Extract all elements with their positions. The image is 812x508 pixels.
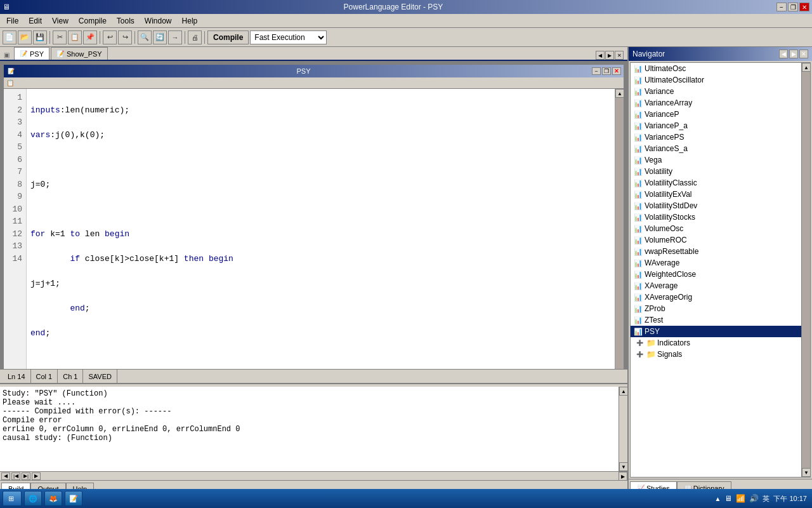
next-window-button[interactable]: ▶ xyxy=(605,51,614,60)
toolbar-sep-3 xyxy=(134,31,135,44)
navigator-close-btn[interactable]: ✕ xyxy=(799,50,808,58)
tree-item-volatility[interactable]: 📊 Volatility xyxy=(631,166,801,177)
menu-compile[interactable]: Compile xyxy=(74,15,112,27)
tree-item-variance-array[interactable]: 📊 VarianceArray xyxy=(631,97,801,109)
nav-scroll-thumb[interactable] xyxy=(802,72,810,468)
taskbar-app-icon[interactable]: 📝 xyxy=(65,491,82,506)
restore-button[interactable]: ❐ xyxy=(788,3,798,11)
tree-label-volatility-stddev: VolatilityStdDev xyxy=(645,201,697,210)
tree-item-xaverage-orig[interactable]: 📊 XAverageOrig xyxy=(631,291,801,303)
tree-item-vega[interactable]: 📊 Vega xyxy=(631,154,801,166)
minimize-button[interactable]: − xyxy=(776,3,787,11)
tree-item-volatility-exval[interactable]: 📊 VolatilityExVal xyxy=(631,189,801,200)
close-button[interactable]: ✕ xyxy=(799,3,809,11)
redo-button[interactable]: ↪ xyxy=(118,30,132,44)
output-scroll-thumb[interactable] xyxy=(619,396,627,462)
output-hscroll[interactable]: ◀ |◀ ▶| ▶ ▶ xyxy=(0,471,627,480)
goto-button[interactable]: → xyxy=(168,30,182,44)
editor-minimize-button[interactable]: − xyxy=(592,67,601,75)
scroll-up-arrow[interactable]: ▲ xyxy=(615,89,624,98)
tree-item-variancep-a[interactable]: 📊 VarianceP_a xyxy=(631,120,801,131)
tree-item-xaverage[interactable]: 📊 XAverage xyxy=(631,280,801,291)
menu-file[interactable]: File xyxy=(1,15,23,27)
menu-help[interactable]: Help xyxy=(177,15,203,27)
navigator-vscrollbar[interactable]: ▲ ▼ xyxy=(801,63,810,477)
taskbar-ie-icon[interactable]: 🌐 xyxy=(24,491,42,506)
editor-inner-icon[interactable]: 📋 xyxy=(5,78,15,88)
tree-item-signals-folder[interactable]: ➕ 📁 Signals xyxy=(631,349,801,360)
tab-show-psy-icon: 📝 xyxy=(56,50,64,57)
taskbar-browser-icon[interactable]: 🦊 xyxy=(44,491,62,506)
prev-window-button[interactable]: ◀ xyxy=(596,51,605,60)
replace-button[interactable]: 🔄 xyxy=(153,30,167,44)
open-button[interactable]: 📂 xyxy=(18,30,32,44)
navigator-next-btn[interactable]: ▶ xyxy=(789,50,798,58)
save-button[interactable]: 💾 xyxy=(33,30,47,44)
tree-item-varianceps[interactable]: 📊 VariancePS xyxy=(631,131,801,143)
menu-view[interactable]: View xyxy=(47,15,74,27)
output-hscroll-prev[interactable]: |◀ xyxy=(11,472,20,480)
navigator-prev-btn[interactable]: ◀ xyxy=(779,50,788,58)
tree-item-psy[interactable]: 📊 PSY xyxy=(631,326,801,337)
tree-item-ultimate-oscillator[interactable]: 📊 UltimateOscillator xyxy=(631,74,801,86)
print-button[interactable]: 🖨 xyxy=(188,30,202,44)
menu-window[interactable]: Window xyxy=(140,15,177,27)
tree-item-variances-a[interactable]: 📊 VarianceS_a xyxy=(631,143,801,154)
close-window-button[interactable]: ✕ xyxy=(615,51,624,60)
tree-item-volatility-stddev[interactable]: 📊 VolatilityStdDev xyxy=(631,200,801,211)
taskbar-volume-icon: 🔊 xyxy=(749,494,759,503)
tree-item-volume-osc[interactable]: 📊 VolumeOsc xyxy=(631,223,801,234)
tree-item-weighted-close[interactable]: 📊 WeightedClose xyxy=(631,269,801,280)
tree-label-ztest: ZTest xyxy=(645,316,663,324)
tree-item-volatility-classic[interactable]: 📊 VolatilityClassic xyxy=(631,177,801,189)
tree-item-ultimate-osc[interactable]: 📊 UltimateOsc xyxy=(631,63,801,74)
new-button[interactable]: 📄 xyxy=(3,30,16,44)
output-scroll-up[interactable]: ▲ xyxy=(619,387,627,396)
nav-scroll-down[interactable]: ▼ xyxy=(802,468,811,477)
editor-close-button[interactable]: ✕ xyxy=(612,67,621,75)
tree-item-variance[interactable]: 📊 Variance xyxy=(631,86,801,97)
taskbar-expand-icon[interactable]: ▲ xyxy=(715,495,721,502)
output-hscroll-next[interactable]: ▶| xyxy=(22,472,30,480)
scroll-thumb-v[interactable] xyxy=(615,98,624,369)
file-icon-varianceps: 📊 xyxy=(633,132,643,142)
undo-button[interactable]: ↩ xyxy=(103,30,117,44)
tree-item-volatility-stocks[interactable]: 📊 VolatilityStocks xyxy=(631,211,801,223)
output-hscroll-left[interactable]: ◀ xyxy=(1,472,10,480)
tab-show-psy[interactable]: 📝 Show_PSY xyxy=(51,47,108,60)
folder-icon-indicators: 📁 xyxy=(646,338,656,348)
tree-item-volume-roc[interactable]: 📊 VolumeROC xyxy=(631,234,801,246)
output-vscrollbar[interactable]: ▲ ▼ xyxy=(619,387,627,471)
tree-item-zprob[interactable]: 📊 ZProb xyxy=(631,303,801,314)
nav-scroll-up[interactable]: ▲ xyxy=(802,63,811,72)
tab-psy[interactable]: 📝 PSY xyxy=(14,47,49,60)
cut-button[interactable]: ✂ xyxy=(53,30,67,44)
tree-item-ztest[interactable]: 📊 ZTest xyxy=(631,314,801,326)
code-editor[interactable]: 1 2 3 4 5 6 7 8 9 10 xyxy=(4,89,615,369)
output-scroll-down[interactable]: ▼ xyxy=(619,462,627,471)
tree-item-indicators-folder[interactable]: ➕ 📁 Indicators xyxy=(631,337,801,349)
tree-item-waverage[interactable]: 📊 WAverage xyxy=(631,257,801,269)
paste-button[interactable]: 📌 xyxy=(83,30,97,44)
output-hscroll-end[interactable]: ▶ xyxy=(619,472,627,481)
tree-item-vwap-resettable[interactable]: 📊 vwapResettable xyxy=(631,246,801,257)
taskbar-right: ▲ 🖥 📶 🔊 英 下午 10:17 xyxy=(715,494,810,504)
editor-restore-button[interactable]: ❐ xyxy=(602,67,611,75)
output-hscroll-track[interactable] xyxy=(42,472,619,480)
status-bar: Ln 14 Col 1 Ch 1 SAVED xyxy=(0,369,627,383)
menu-tools[interactable]: Tools xyxy=(112,15,140,27)
tree-item-variancep[interactable]: 📊 VarianceP xyxy=(631,109,801,120)
start-button[interactable]: ⊞ xyxy=(3,491,22,506)
copy-button[interactable]: 📋 xyxy=(68,30,82,44)
execution-mode-select[interactable]: Fast Execution Normal Execution xyxy=(250,30,327,44)
output-hscroll-right[interactable]: ▶ xyxy=(32,472,41,480)
tree-label-volatility-classic: VolatilityClassic xyxy=(645,178,697,187)
code-content[interactable]: inputs:len(numeric); vars:j(0),k(0); j=0… xyxy=(27,89,615,369)
app-taskbar-icon: 📝 xyxy=(69,495,78,503)
toolbar-sep-2 xyxy=(100,31,100,44)
menu-edit[interactable]: Edit xyxy=(23,15,47,27)
ie-icon: 🌐 xyxy=(29,495,37,503)
compile-button[interactable]: Compile xyxy=(207,30,249,44)
find-button[interactable]: 🔍 xyxy=(138,30,152,44)
editor-vscrollbar[interactable]: ▲ ▼ xyxy=(615,89,624,369)
